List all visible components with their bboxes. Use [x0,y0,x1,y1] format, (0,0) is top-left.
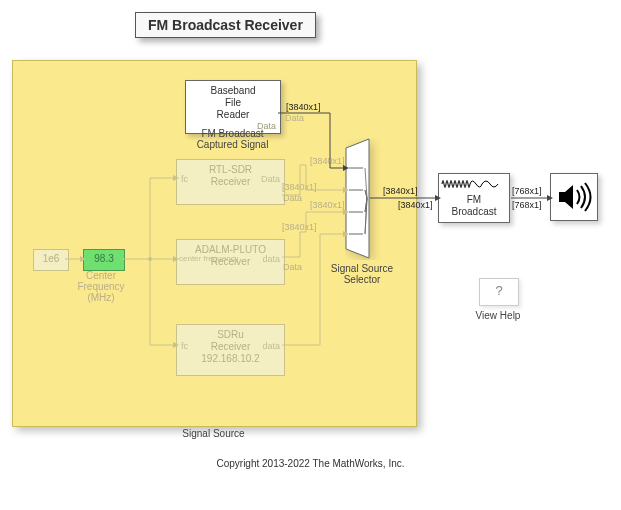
constant-1e6-block[interactable]: 1e6 [33,249,69,271]
sdru-block[interactable]: SDRu Receiver 192.168.10.2 fc data [176,324,285,376]
sdru-in-port: fc [181,341,188,352]
dim-rtl-bot: [3840x1] [282,182,317,192]
dim-mux-out-top: [3840x1] [383,186,418,196]
sdru-out-port: data [262,341,280,352]
baseband-line2: File [188,97,278,109]
rtl-sdr-in-port: fc [181,174,188,185]
dim-mux-out-bot: [3840x1] [398,200,433,210]
baseband-file-reader-block[interactable]: Baseband File Reader Data [185,80,281,134]
dim-fm-out-bot: [768x1] [512,200,542,210]
signal-source-area-label: Signal Source [12,428,415,439]
dim-pluto-bot: [3840x1] [282,222,317,232]
port-rtl-data: Data [283,193,302,203]
rtl-sdr-out-port: Data [261,174,280,185]
selector-label: Signal Source Selector [327,263,397,285]
view-help-label: View Help [465,310,531,321]
dim-pluto-top: [3840x1] [310,200,345,210]
pluto-in-port: center frequency [179,254,239,264]
simulink-canvas: FM Broadcast Receiver Baseband File Read… [0,0,621,510]
pluto-out-port: data [262,254,280,265]
rtl-sdr-block[interactable]: RTL-SDR Receiver fc Data [176,159,285,205]
center-frequency-label: Center Frequency (MHz) [66,270,136,303]
model-title: FM Broadcast Receiver [135,12,316,38]
baseband-caption: FM Broadcast Captured Signal [185,128,280,150]
model-title-text: FM Broadcast Receiver [148,17,303,33]
center-frequency-block[interactable]: 98.3 [83,249,125,271]
view-help-button[interactable]: ? [479,278,519,306]
copyright-text: Copyright 2013-2022 The MathWorks, Inc. [0,458,621,469]
audio-sink-block[interactable] [550,173,598,221]
baseband-line3: Reader [188,109,278,121]
adalm-pluto-block[interactable]: ADALM-PLUTO Receiver center frequency da… [176,239,285,285]
signal-source-selector-block[interactable] [345,138,385,260]
svg-marker-0 [346,139,369,258]
svg-marker-5 [559,185,573,209]
fm-broadcast-block[interactable]: FM Broadcast [438,173,510,223]
dim-rtl-top: [3840x1] [310,156,345,166]
port-baseband-data: Data [285,113,304,123]
dim-fm-out-top: [768x1] [512,186,542,196]
port-pluto-data: Data [283,262,302,272]
dim-baseband: [3840x1] [286,102,321,112]
fm-waveform-icon [439,174,509,194]
baseband-line1: Baseband [188,85,278,97]
speaker-icon [555,180,593,214]
